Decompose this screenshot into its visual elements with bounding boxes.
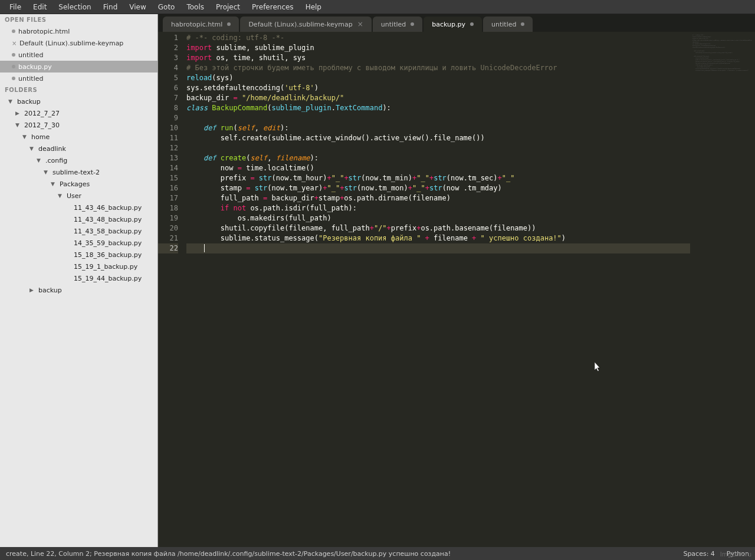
mouse-cursor-icon (595, 362, 602, 374)
line-number: 21 (158, 233, 178, 243)
open-file-item[interactable]: untitled (0, 73, 157, 84)
minimap[interactable]: # -*- coding: utf-8 -*- import sublime, … (690, 32, 755, 547)
menu-project[interactable]: Project (210, 1, 246, 13)
file-tree-item[interactable]: 15_19_1_backup.py (0, 261, 157, 272)
disclosure-icon[interactable]: ▼ (37, 157, 42, 163)
disclosure-icon[interactable]: ▼ (22, 134, 28, 140)
disclosure-icon[interactable]: ▼ (44, 169, 50, 175)
dirty-dot-icon (227, 22, 231, 26)
menu-file[interactable]: File (4, 1, 27, 13)
dirty-dot-icon (521, 22, 524, 26)
line-number: 11 (158, 133, 178, 143)
disclosure-icon[interactable]: ▶ (29, 287, 35, 293)
tree-label: 11_43_46_backup.py (74, 204, 142, 212)
folder-item[interactable]: ▶2012_7_27 (0, 107, 157, 119)
disclosure-icon[interactable]: ▼ (58, 193, 64, 199)
folder-item[interactable]: ▼User (0, 190, 157, 202)
menu-edit[interactable]: Edit (27, 1, 52, 13)
open-file-item[interactable]: ×Default (Linux).sublime-keymap (0, 37, 157, 49)
menu-selection[interactable]: Selection (52, 1, 97, 13)
disclosure-icon[interactable]: ▼ (15, 122, 21, 128)
disclosure-icon[interactable]: ▼ (51, 181, 57, 187)
code-line[interactable]: now = time.localtime() (186, 163, 690, 173)
dirty-dot-icon[interactable] (12, 77, 15, 80)
folders-header: FOLDERS (0, 84, 157, 95)
tree-label: 11_43_58_backup.py (74, 228, 142, 235)
tab-label: Default (Linux).sublime-keymap (248, 21, 352, 28)
folder-item[interactable]: ▼sublime-text-2 (0, 166, 157, 178)
code-line[interactable]: backup_dir = "/home/deadlink/backup/" (186, 93, 690, 103)
menu-tools[interactable]: Tools (180, 1, 210, 13)
menu-find[interactable]: Find (97, 1, 124, 13)
folder-item[interactable]: ▼home (0, 131, 157, 143)
close-icon[interactable]: × (12, 40, 17, 47)
dirty-dot-icon[interactable] (12, 53, 15, 57)
line-number: 1 (158, 33, 178, 43)
file-label: habrotopic.html (18, 28, 70, 35)
menu-goto[interactable]: Goto (152, 1, 181, 13)
open-file-item[interactable]: backup.py (0, 61, 157, 73)
code-line[interactable] (186, 113, 690, 123)
code-line[interactable]: reload(sys) (186, 73, 690, 83)
code-line[interactable]: # Без этой строчки будем иметь проблему … (186, 63, 690, 73)
file-tree-item[interactable]: 15_19_44_backup.py (0, 272, 157, 284)
line-number: 12 (158, 143, 178, 153)
code-line[interactable]: self.create(sublime.active_window().acti… (186, 133, 690, 143)
code-line[interactable]: sys.setdefaultencoding('utf-8') (186, 83, 690, 93)
file-tree-item[interactable]: 11_43_46_backup.py (0, 202, 157, 213)
folder-item[interactable]: ▶backup (0, 284, 157, 296)
menu-view[interactable]: View (123, 1, 152, 13)
folder-item[interactable]: ▼Packages (0, 178, 157, 190)
code-line[interactable]: os.makedirs(full_path) (186, 213, 690, 223)
tree-label: 15_19_44_backup.py (74, 275, 142, 282)
line-number: 14 (158, 163, 178, 173)
close-icon[interactable]: × (357, 20, 363, 28)
code-line[interactable] (186, 143, 690, 153)
tab[interactable]: backup.py (424, 17, 482, 32)
line-number: 15 (158, 173, 178, 183)
code-line[interactable]: if not os.path.isdir(full_path): (186, 203, 690, 213)
disclosure-icon[interactable]: ▼ (8, 98, 14, 104)
file-tree-item[interactable]: 14_35_59_backup.py (0, 237, 157, 249)
folder-item[interactable]: ▼.config (0, 154, 157, 166)
tree-label: 11_43_48_backup.py (74, 216, 142, 223)
tab[interactable]: untitled (483, 17, 533, 32)
tab[interactable]: Default (Linux).sublime-keymap× (240, 17, 371, 32)
file-tree-item[interactable]: 11_43_58_backup.py (0, 225, 157, 237)
code-line[interactable]: shutil.copyfile(filename, full_path+"/"+… (186, 223, 690, 233)
folder-item[interactable]: ▼2012_7_30 (0, 119, 157, 131)
code-line[interactable]: full_path = backup_dir+stamp+os.path.dir… (186, 193, 690, 203)
tab[interactable]: habrotopic.html (163, 17, 239, 32)
code-line[interactable]: # -*- coding: utf-8 -*- (186, 33, 690, 43)
menu-help[interactable]: Help (300, 1, 327, 13)
code-line[interactable]: import sublime, sublime_plugin (186, 43, 690, 53)
code-line[interactable]: def run(self, edit): (186, 123, 690, 133)
code-line[interactable]: import os, time, shutil, sys (186, 53, 690, 63)
file-tree-item[interactable]: 11_43_48_backup.py (0, 213, 157, 225)
file-label: untitled (18, 51, 43, 59)
code-line[interactable]: sublime.status_message("Резервная копия … (186, 233, 690, 243)
dirty-dot-icon[interactable] (12, 65, 15, 68)
status-spaces[interactable]: Spaces: 4 (683, 550, 714, 558)
code-line[interactable]: def create(self, filename): (186, 153, 690, 163)
file-tree-item[interactable]: 15_18_36_backup.py (0, 249, 157, 261)
tab[interactable]: untitled (373, 17, 422, 32)
tree-label: backup (17, 98, 41, 106)
disclosure-icon[interactable]: ▶ (15, 110, 21, 116)
dirty-dot-icon (411, 22, 414, 26)
code-area[interactable]: # -*- coding: utf-8 -*-import sublime, s… (182, 32, 690, 547)
code-line[interactable]: prefix = str(now.tm_hour)+"_"+str(now.tm… (186, 173, 690, 183)
folder-item[interactable]: ▼backup (0, 95, 157, 107)
tree-label: 2012_7_30 (24, 121, 60, 129)
code-line[interactable]: class BackupCommand(sublime_plugin.TextC… (186, 103, 690, 113)
code-line[interactable]: stamp = str(now.tm_year)+"_"+str(now.tm_… (186, 183, 690, 193)
disclosure-icon[interactable]: ▼ (29, 146, 35, 151)
line-number: 8 (158, 103, 178, 113)
open-file-item[interactable]: untitled (0, 49, 157, 61)
code-line[interactable] (186, 243, 690, 253)
open-file-item[interactable]: habrotopic.html (0, 25, 157, 37)
folder-item[interactable]: ▼deadlink (0, 143, 157, 154)
menu-preferences[interactable]: Preferences (246, 1, 300, 13)
dirty-dot-icon[interactable] (12, 29, 15, 33)
line-number: 19 (158, 213, 178, 223)
